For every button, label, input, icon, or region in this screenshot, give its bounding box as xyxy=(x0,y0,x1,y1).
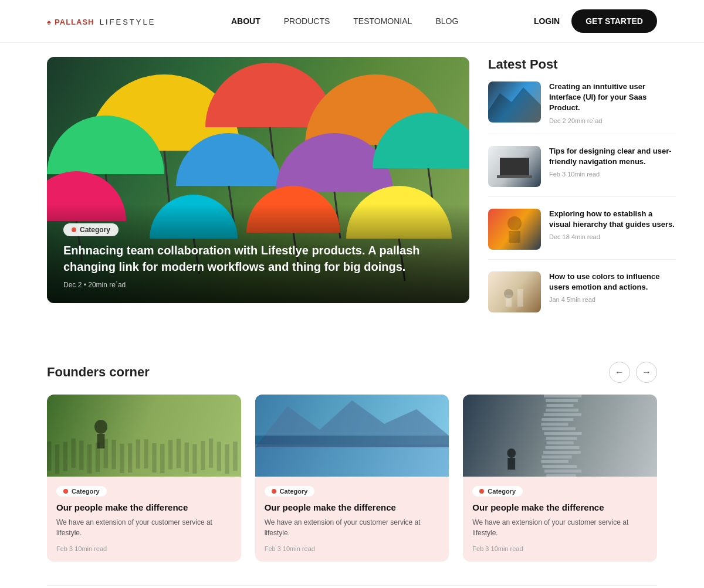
card-category-dot-icon xyxy=(272,489,276,494)
post-info: How to use colors to influence users emo… xyxy=(549,271,676,312)
hero-image-wrapper: Category Enhnacing team collaboration wi… xyxy=(47,57,469,303)
card-category-badge: Category xyxy=(472,486,523,497)
login-button[interactable]: LOGIN xyxy=(534,16,560,26)
post-thumb-canvas xyxy=(488,209,541,250)
nav-right: LOGIN GET STARTED xyxy=(534,9,657,33)
card-canvas xyxy=(47,395,241,477)
hero-meta: Dec 2 • 20min re´ad xyxy=(63,281,453,289)
post-list: Creating an inntuitive user Interface (U… xyxy=(488,81,676,322)
hero-section: Category Enhnacing team collaboration wi… xyxy=(47,57,469,303)
card-meta-text: Feb 3 10min read xyxy=(472,545,648,552)
post-title-text: How to use colors to influence users emo… xyxy=(549,271,676,293)
post-thumbnail xyxy=(488,271,541,312)
founder-card[interactable]: CategoryOur people make the differenceWe… xyxy=(255,395,449,562)
post-info: Exploring how to establish a visual hier… xyxy=(549,209,676,250)
nav-links: ABOUT PRODUCTS TESTOMONIAL BLOG xyxy=(231,16,458,26)
logo: ♠ PALLASH LIFESTYLE xyxy=(47,16,155,26)
post-title-text: Creating an inntuitive user Interface (U… xyxy=(549,81,676,114)
post-meta-text: Jan 4 5min read xyxy=(549,296,676,303)
card-meta-text: Feb 3 10min read xyxy=(265,545,440,552)
post-meta-text: Dec 18 4min read xyxy=(549,233,676,240)
card-title-text: Our people make the difference xyxy=(265,502,440,512)
latest-post-section: Latest Post Creating an inntuitive user … xyxy=(488,57,676,334)
founders-header: Founders corner ← → xyxy=(47,362,657,383)
latest-post-title: Latest Post xyxy=(488,57,676,72)
post-thumbnail xyxy=(488,209,541,250)
card-category-label: Category xyxy=(280,488,308,495)
founders-title: Founders corner xyxy=(47,365,150,380)
logo-part1: PALLASH xyxy=(55,18,94,26)
card-category-label: Category xyxy=(488,488,516,495)
nav-about[interactable]: ABOUT xyxy=(231,16,260,26)
hero-overlay: Category Enhnacing team collaboration wi… xyxy=(47,205,469,303)
hero-category-badge: Category xyxy=(63,223,119,236)
post-meta-text: Dec 2 20min re´ad xyxy=(549,117,676,124)
card-image xyxy=(47,395,241,477)
card-image xyxy=(463,395,657,477)
carousel-next-button[interactable]: → xyxy=(636,362,657,383)
card-canvas xyxy=(255,395,449,477)
main-content: Category Enhnacing team collaboration wi… xyxy=(0,43,704,348)
get-started-button[interactable]: GET STARTED xyxy=(571,9,657,33)
card-category-badge: Category xyxy=(56,486,107,497)
nav-testimonial[interactable]: TESTOMONIAL xyxy=(353,16,412,26)
post-item[interactable]: Creating an inntuitive user Interface (U… xyxy=(488,81,676,134)
navbar: ♠ PALLASH LIFESTYLE ABOUT PRODUCTS TESTO… xyxy=(0,0,704,43)
card-category-dot-icon xyxy=(479,489,484,494)
nav-blog[interactable]: BLOG xyxy=(435,16,458,26)
card-image xyxy=(255,395,449,477)
card-body: CategoryOur people make the differenceWe… xyxy=(255,477,449,562)
card-title-text: Our people make the difference xyxy=(56,502,232,512)
nav-products[interactable]: PRODUCTS xyxy=(284,16,330,26)
cards-grid: CategoryOur people make the differenceWe… xyxy=(47,395,657,562)
card-body: CategoryOur people make the differenceWe… xyxy=(463,477,657,562)
post-item[interactable]: Tips for designing clear and user-friend… xyxy=(488,146,676,197)
hero-title: Enhnacing team collaboration with Lifest… xyxy=(63,242,453,275)
card-desc-text: We have an extension of your customer se… xyxy=(265,517,440,538)
post-item[interactable]: Exploring how to establish a visual hier… xyxy=(488,209,676,260)
pagination: ← 12345 → xyxy=(0,586,704,588)
founders-section: Founders corner ← → CategoryOur people m… xyxy=(0,348,704,585)
post-title-text: Exploring how to establish a visual hier… xyxy=(549,209,676,230)
post-thumbnail xyxy=(488,81,541,123)
carousel-controls: ← → xyxy=(609,362,657,383)
hero-category-label: Category xyxy=(80,226,110,234)
post-thumb-canvas xyxy=(488,146,541,187)
carousel-prev-button[interactable]: ← xyxy=(609,362,630,383)
card-canvas xyxy=(463,395,657,477)
post-meta-text: Feb 3 10min read xyxy=(549,171,676,178)
post-info: Creating an inntuitive user Interface (U… xyxy=(549,81,676,124)
post-thumb-canvas xyxy=(488,81,541,123)
post-item[interactable]: How to use colors to influence users emo… xyxy=(488,271,676,322)
post-thumb-canvas xyxy=(488,271,541,312)
post-info: Tips for designing clear and user-friend… xyxy=(549,146,676,187)
card-category-badge: Category xyxy=(265,486,315,497)
card-meta-text: Feb 3 10min read xyxy=(56,545,232,552)
category-dot-icon xyxy=(72,227,76,232)
card-desc-text: We have an extension of your customer se… xyxy=(472,517,648,538)
card-category-dot-icon xyxy=(63,489,68,494)
logo-part2: LIFESTYLE xyxy=(100,18,156,26)
post-thumbnail xyxy=(488,146,541,187)
card-body: CategoryOur people make the differenceWe… xyxy=(47,477,241,562)
card-title-text: Our people make the difference xyxy=(472,502,648,512)
founder-card[interactable]: CategoryOur people make the differenceWe… xyxy=(463,395,657,562)
card-desc-text: We have an extension of your customer se… xyxy=(56,517,232,538)
founder-card[interactable]: CategoryOur people make the differenceWe… xyxy=(47,395,241,562)
post-title-text: Tips for designing clear and user-friend… xyxy=(549,146,676,167)
card-category-label: Category xyxy=(72,488,100,495)
